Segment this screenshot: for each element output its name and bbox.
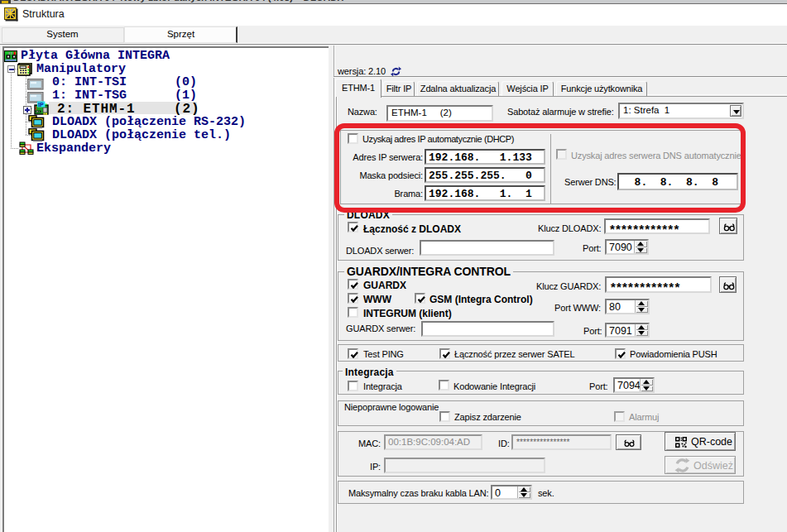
svg-text:IP: IP <box>38 102 44 108</box>
